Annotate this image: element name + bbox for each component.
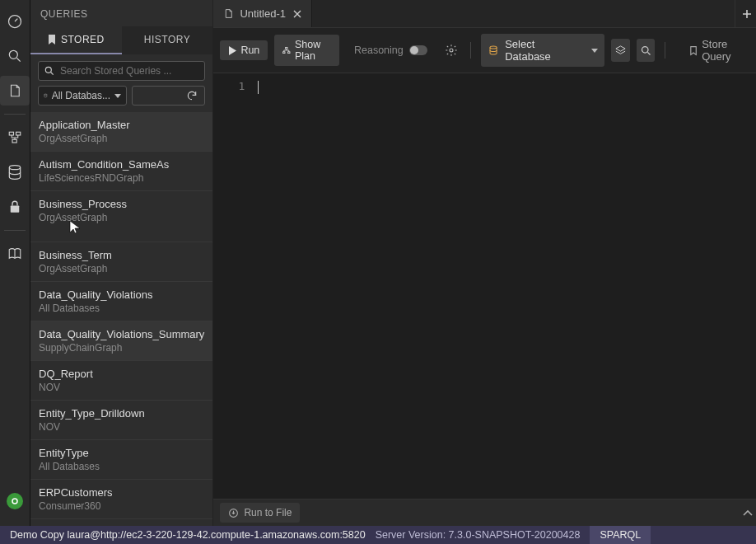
nav-docs[interactable] [0,239,30,269]
db-small-icon [44,91,48,101]
run-footer: Run to File [213,499,756,526]
editor-tab[interactable]: Untitled-1 [213,0,312,27]
status-bar: Demo Copy laura@http://ec2-3-220-129-42.… [0,526,756,544]
line-gutter: 1 [213,73,253,499]
tab-stored[interactable]: STORED [30,26,122,54]
svg-point-9 [44,94,47,95]
settings-button[interactable] [442,39,461,62]
svg-point-8 [45,67,51,73]
divider [470,42,471,59]
svg-rect-4 [12,139,16,143]
run-to-file-label: Run to File [244,507,292,518]
svg-point-14 [490,46,497,49]
toggle-switch[interactable] [409,45,427,55]
code-body[interactable] [253,73,756,499]
nav-explore[interactable] [0,41,30,71]
list-item[interactable]: DQ_Report NOV [30,361,212,401]
bookmark-icon [690,45,697,56]
divider [665,42,665,59]
nav-schema[interactable] [0,123,30,152]
svg-rect-10 [286,47,287,49]
list-item[interactable]: Autism_Condition_SameAs LifeSciencesRNDG… [30,152,212,191]
file-icon [223,7,234,20]
line-number: 1 [213,80,245,92]
search-icon [44,65,55,77]
run-label: Run [240,45,259,56]
nav-status[interactable] [0,486,30,516]
expand-results-button[interactable] [743,509,753,516]
language-label: SPARQL [600,529,641,541]
nav-database[interactable] [0,157,30,187]
bookmark-icon [48,35,56,45]
chevron-down-icon [591,49,598,53]
show-plan-button[interactable]: Show Plan [274,35,339,66]
toolbar-search-button[interactable] [637,39,656,62]
layers-icon [614,45,627,57]
download-icon [228,508,239,518]
show-plan-label: Show Plan [295,39,331,62]
panel-subtabs: STORED HISTORY [30,26,212,54]
list-item[interactable]: Data_Quality_Violations All Databases [30,282,212,321]
chevron-up-icon [743,509,753,516]
list-item[interactable]: EntityType All Databases [30,440,212,480]
store-query-label: Store Query [702,38,744,63]
refresh-icon [186,90,198,101]
list-item[interactable]: Entity_Type_Drilldown NOV [30,401,212,440]
svg-point-5 [9,166,20,170]
book-icon [7,246,23,261]
nav-queries[interactable] [0,76,30,106]
svg-rect-11 [283,52,285,54]
run-to-file-button[interactable]: Run to File [220,503,300,523]
close-icon [293,10,301,18]
code-editor[interactable]: 1 [213,73,756,499]
svg-rect-3 [16,132,21,135]
svg-rect-2 [9,132,13,135]
svg-point-15 [642,46,648,53]
refresh-button[interactable] [132,86,205,106]
nav-rail [0,0,30,526]
tab-close-button[interactable] [292,10,303,18]
search-box[interactable] [38,61,205,81]
query-list[interactable]: Application_Master OrgAssetGraph Autism_… [30,112,212,526]
run-button[interactable]: Run [220,40,268,60]
reasoning-toggle[interactable]: Reasoning [346,40,436,60]
list-item[interactable]: Business_Term OrgAssetGraph [30,242,212,282]
list-item[interactable]: Data_Quality_Violations_Summary SupplyCh… [30,321,212,361]
svg-point-7 [12,499,17,504]
editor-tab-title: Untitled-1 [240,7,286,20]
new-tab-button[interactable] [735,0,756,27]
language-indicator[interactable]: SPARQL [590,526,651,544]
queries-panel: QUERIES STORED HISTORY All Databas... [30,0,213,526]
nav-home[interactable] [0,7,30,36]
db-icon [488,45,498,56]
store-query-button[interactable]: Store Query [682,34,753,67]
magnify-icon [7,48,23,64]
layers-button[interactable] [611,39,630,62]
reasoning-label: Reasoning [354,45,404,56]
svg-point-13 [450,49,453,52]
status-connection: Demo Copy laura@http://ec2-3-220-129-42.… [10,529,366,541]
document-icon [7,82,22,99]
tab-history[interactable]: HISTORY [122,26,213,54]
panel-title: QUERIES [30,0,212,26]
tab-stored-label: STORED [61,34,105,45]
list-item[interactable]: Application_Master OrgAssetGraph [30,112,212,152]
lock-icon [7,199,22,215]
editor-area: Untitled-1 Run Show Plan Reasoning [213,0,756,526]
db-filter-label: All Databas... [52,90,110,101]
database-select-label: Select Database [505,38,578,63]
nav-security[interactable] [0,192,30,222]
editor-toolbar: Run Show Plan Reasoning Select Database [213,28,756,73]
schema-icon [7,130,23,145]
play-icon [228,46,236,55]
svg-rect-12 [288,52,290,54]
search-input[interactable] [60,65,199,77]
svg-point-1 [9,50,17,59]
search-icon [640,45,652,57]
list-item[interactable]: Business_Process OrgAssetGraph [30,191,212,242]
list-item[interactable]: Find_Similar_Conditions_ML LifeSciencesR… [30,519,212,526]
db-filter-select[interactable]: All Databas... [38,86,127,106]
database-select[interactable]: Select Database [481,34,604,67]
list-item[interactable]: ERPCustomers Consumer360 [30,480,212,519]
chevron-down-icon [114,94,121,98]
